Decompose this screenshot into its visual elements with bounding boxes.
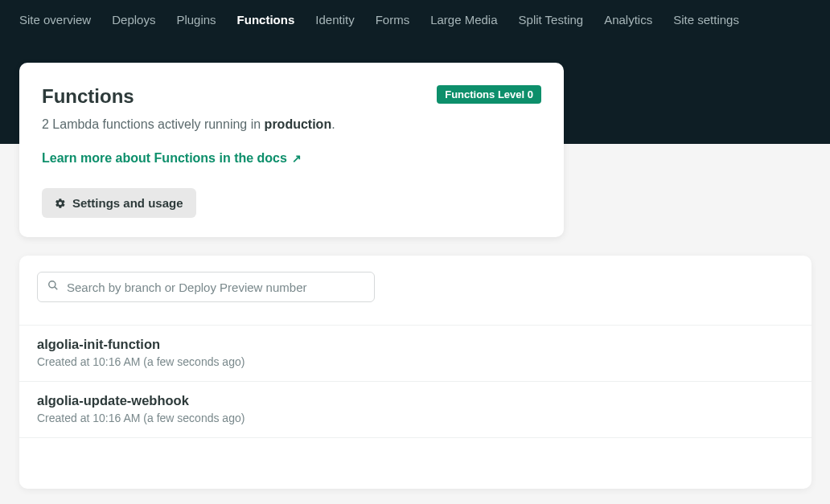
list-bottom-padding [19, 437, 812, 489]
function-meta: Created at 10:16 AM (a few seconds ago) [37, 355, 794, 368]
svg-line-1 [55, 287, 57, 289]
function-name: algolia-update-webhook [37, 393, 794, 408]
nav-tab-plugins[interactable]: Plugins [176, 13, 216, 27]
hero-subtitle-suffix: . [331, 117, 335, 131]
hero-subtitle-prefix: 2 Lambda functions actively running in [42, 117, 265, 131]
gear-icon [55, 198, 66, 209]
level-badge: Functions Level 0 [437, 85, 541, 104]
hero-subtitle: 2 Lambda functions actively running in p… [42, 117, 541, 132]
nav-tab-functions[interactable]: Functions [237, 13, 295, 27]
hero-header: Functions Functions Level 0 [42, 85, 541, 108]
nav-tab-site-settings[interactable]: Site settings [673, 13, 739, 27]
functions-list-card: algolia-init-function Created at 10:16 A… [19, 256, 812, 489]
nav-tab-identity[interactable]: Identity [315, 13, 354, 27]
search-icon [47, 280, 59, 294]
nav-tab-site-overview[interactable]: Site overview [19, 13, 91, 27]
function-name: algolia-init-function [37, 337, 794, 352]
search-input-box[interactable] [37, 272, 375, 302]
external-link-icon: ↗ [292, 152, 302, 165]
function-row[interactable]: algolia-update-webhook Created at 10:16 … [19, 381, 812, 437]
nav-tab-large-media[interactable]: Large Media [430, 13, 497, 27]
page-title: Functions [42, 85, 134, 108]
hero-subtitle-bold: production [265, 117, 332, 131]
nav-tab-analytics[interactable]: Analytics [604, 13, 652, 27]
function-meta: Created at 10:16 AM (a few seconds ago) [37, 412, 794, 424]
nav-tab-forms[interactable]: Forms [376, 13, 410, 27]
svg-point-0 [49, 281, 55, 288]
search-wrap [19, 256, 812, 325]
docs-link[interactable]: Learn more about Functions in the docs ↗ [42, 151, 302, 166]
settings-usage-button[interactable]: Settings and usage [42, 188, 196, 218]
search-input[interactable] [67, 281, 364, 294]
settings-usage-label: Settings and usage [72, 196, 183, 210]
docs-link-label: Learn more about Functions in the docs [42, 151, 287, 166]
nav-tabs: Site overview Deploys Plugins Functions … [19, 0, 811, 27]
nav-tab-split-testing[interactable]: Split Testing [519, 13, 584, 27]
hero-card: Functions Functions Level 0 2 Lambda fun… [19, 63, 564, 237]
nav-tab-deploys[interactable]: Deploys [112, 13, 155, 27]
function-row[interactable]: algolia-init-function Created at 10:16 A… [19, 325, 812, 381]
